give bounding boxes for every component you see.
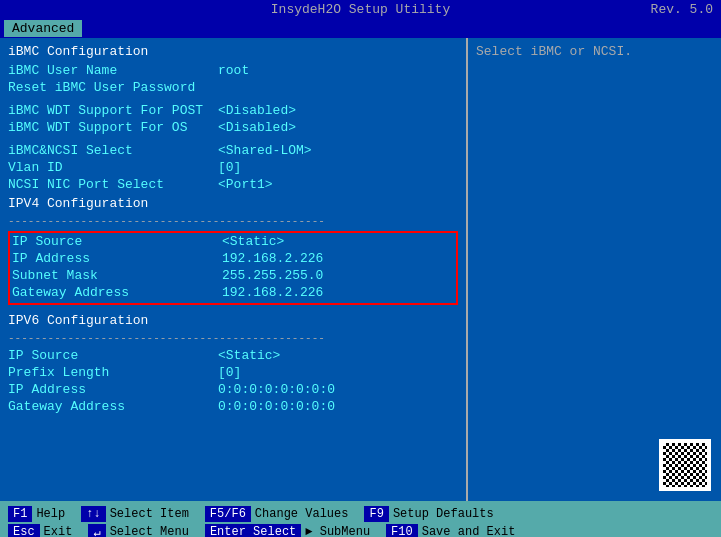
ipv4-address-label: IP Address [12, 251, 222, 266]
enter-menu-key: ↵ [88, 524, 105, 538]
ibmc-ncsi-select-row[interactable]: iBMC&NCSI Select <Shared-LOM> [8, 143, 458, 158]
ipv4-gateway-value: 192.168.2.226 [222, 285, 323, 300]
ipv6-gateway-label: Gateway Address [8, 399, 218, 414]
ipv6-prefix-row[interactable]: Prefix Length [0] [8, 365, 458, 380]
footer-enter-submenu: Enter Select ► SubMenu [205, 524, 370, 537]
f10-key: F10 [386, 524, 418, 537]
tab-advanced[interactable]: Advanced [4, 20, 82, 37]
ipv6-address-value: 0:0:0:0:0:0:0:0 [218, 382, 335, 397]
title-bar: InsydeH2O Setup Utility Rev. 5.0 [0, 0, 721, 19]
ipv6-source-row[interactable]: IP Source <Static> [8, 348, 458, 363]
ibmc-wdt-post-row[interactable]: iBMC WDT Support For POST <Disabled> [8, 103, 458, 118]
ipv6-source-value: <Static> [218, 348, 280, 363]
updown-label: Select Item [110, 507, 189, 521]
ipv6-prefix-label: Prefix Length [8, 365, 218, 380]
ipv6-gateway-value: 0:0:0:0:0:0:0:0 [218, 399, 335, 414]
ibmc-reset-row[interactable]: Reset iBMC User Password [8, 80, 458, 95]
ipv4-gateway-row[interactable]: Gateway Address 192.168.2.226 [12, 285, 454, 300]
ibmc-wdt-post-value: <Disabled> [218, 103, 296, 118]
enter-submenu-key: Enter Select [205, 524, 301, 537]
ipv4-source-label: IP Source [12, 234, 222, 249]
ibmc-username-row: iBMC User Name root [8, 63, 458, 78]
ipv4-highlighted-group: IP Source <Static> IP Address 192.168.2.… [8, 231, 458, 305]
app-title: InsydeH2O Setup Utility [271, 2, 450, 17]
ipv6-address-row[interactable]: IP Address 0:0:0:0:0:0:0:0 [8, 382, 458, 397]
f9-key: F9 [364, 506, 388, 522]
ipv4-section-title: IPV4 Configuration [8, 196, 458, 211]
footer-f1: F1 Help [8, 506, 65, 522]
ibmc-username-value: root [218, 63, 249, 78]
ipv4-divider: ----------------------------------------… [8, 215, 458, 227]
ibmc-wdt-os-value: <Disabled> [218, 120, 296, 135]
qr-code [659, 439, 711, 491]
vlan-id-label: Vlan ID [8, 160, 218, 175]
f10-label: Save and Exit [422, 525, 516, 537]
footer-bar: F1 Help ↑↓ Select Item F5/F6 Change Valu… [0, 501, 721, 537]
ipv4-address-row[interactable]: IP Address 192.168.2.226 [12, 251, 454, 266]
ipv4-subnet-label: Subnet Mask [12, 268, 222, 283]
enter-submenu-label: ► SubMenu [305, 525, 370, 537]
f5f6-key: F5/F6 [205, 506, 251, 522]
ipv4-source-value: <Static> [222, 234, 284, 249]
footer-f9: F9 Setup Defaults [364, 506, 493, 522]
vlan-id-row[interactable]: Vlan ID [0] [8, 160, 458, 175]
left-panel: iBMC Configuration iBMC User Name root R… [0, 38, 468, 501]
vlan-id-value: [0] [218, 160, 241, 175]
ncsi-nic-port-label: NCSI NIC Port Select [8, 177, 218, 192]
ncsi-nic-port-value: <Port1> [218, 177, 273, 192]
ipv6-section: IPV6 Configuration ---------------------… [8, 313, 458, 414]
ibmc-ncsi-select-value: <Shared-LOM> [218, 143, 312, 158]
f5f6-label: Change Values [255, 507, 349, 521]
ipv4-address-value: 192.168.2.226 [222, 251, 323, 266]
enter-menu-label: Select Menu [110, 525, 189, 537]
f1-label: Help [36, 507, 65, 521]
ibmc-wdt-os-label: iBMC WDT Support For OS [8, 120, 218, 135]
footer-esc: Esc Exit [8, 524, 72, 537]
ipv6-gateway-row[interactable]: Gateway Address 0:0:0:0:0:0:0:0 [8, 399, 458, 414]
ipv6-divider: ----------------------------------------… [8, 332, 458, 344]
footer-f10: F10 Save and Exit [386, 524, 515, 537]
f9-label: Setup Defaults [393, 507, 494, 521]
qr-image [663, 443, 707, 487]
ibmc-username-label: iBMC User Name [8, 63, 218, 78]
ipv6-section-title: IPV6 Configuration [8, 313, 458, 328]
ipv6-source-label: IP Source [8, 348, 218, 363]
ipv4-section: IPV4 Configuration ---------------------… [8, 196, 458, 305]
ipv4-subnet-value: 255.255.255.0 [222, 268, 323, 283]
ibmc-section-title: iBMC Configuration [8, 44, 458, 59]
ipv6-address-label: IP Address [8, 382, 218, 397]
ibmc-wdt-os-row[interactable]: iBMC WDT Support For OS <Disabled> [8, 120, 458, 135]
ipv4-subnet-row[interactable]: Subnet Mask 255.255.255.0 [12, 268, 454, 283]
ncsi-nic-port-row[interactable]: NCSI NIC Port Select <Port1> [8, 177, 458, 192]
esc-label: Exit [44, 525, 73, 537]
f1-key: F1 [8, 506, 32, 522]
ipv4-gateway-label: Gateway Address [12, 285, 222, 300]
help-text: Select iBMC or NCSI. [476, 44, 713, 59]
revision: Rev. 5.0 [651, 2, 713, 17]
right-panel: Select iBMC or NCSI. [468, 38, 721, 501]
ibmc-wdt-post-label: iBMC WDT Support For POST [8, 103, 218, 118]
footer-enter-menu: ↵ Select Menu [88, 524, 188, 538]
esc-key: Esc [8, 524, 40, 537]
tab-bar: Advanced [0, 19, 721, 38]
main-layout: iBMC Configuration iBMC User Name root R… [0, 38, 721, 501]
ipv6-prefix-value: [0] [218, 365, 241, 380]
updown-key: ↑↓ [81, 506, 105, 522]
ibmc-section: iBMC Configuration iBMC User Name root R… [8, 44, 458, 192]
footer-f5f6: F5/F6 Change Values [205, 506, 349, 522]
ibmc-ncsi-select-label: iBMC&NCSI Select [8, 143, 218, 158]
ibmc-reset-label: Reset iBMC User Password [8, 80, 218, 95]
footer-updown: ↑↓ Select Item [81, 506, 189, 522]
ipv4-source-row[interactable]: IP Source <Static> [12, 234, 454, 249]
